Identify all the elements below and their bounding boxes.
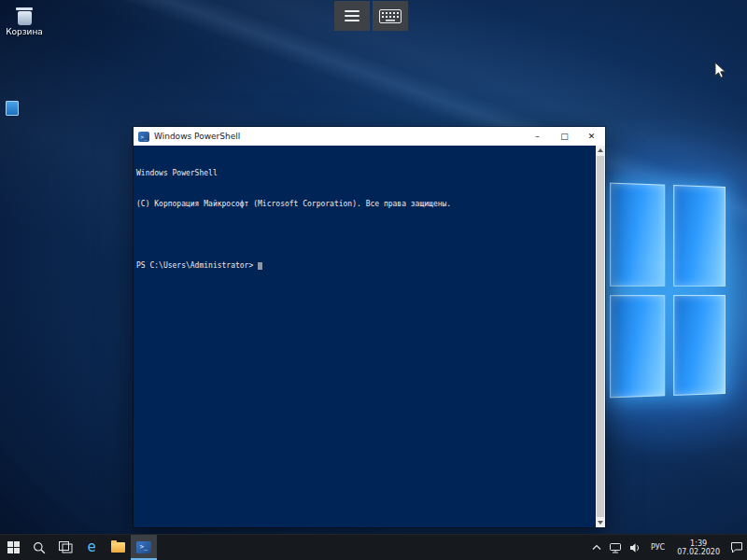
clock-date: 07.02.2020 [677, 548, 720, 556]
console-menu-button[interactable] [334, 1, 370, 31]
task-view-icon [59, 541, 73, 553]
minimize-button[interactable]: – [524, 127, 551, 146]
console-keyboard-button[interactable] [373, 1, 408, 31]
file-explorer-button[interactable] [105, 535, 131, 560]
console-line: (C) Корпорация Майкрософт (Microsoft Cor… [136, 199, 592, 209]
chevron-up-icon [592, 544, 601, 551]
desktop-shortcut-icon[interactable] [6, 101, 19, 116]
hidden-icons-button[interactable] [588, 535, 605, 560]
desktop: Корзина >_ Windows PowerShell – □ ✕ W [0, 0, 747, 560]
console-blank-line [136, 230, 592, 240]
maximize-button[interactable]: □ [551, 127, 578, 146]
search-icon [33, 541, 46, 554]
network-icon [609, 542, 622, 553]
console-line: Windows PowerShell [136, 168, 592, 178]
recycle-bin[interactable]: Корзина [3, 7, 46, 37]
internet-explorer-button[interactable]: e [78, 535, 105, 560]
powershell-taskbar-button[interactable]: >_ [131, 535, 157, 560]
window-title: Windows PowerShell [154, 132, 240, 141]
scrollbar-thumb[interactable] [597, 156, 604, 517]
windows-logo-icon [7, 541, 20, 553]
scroll-down-icon[interactable] [598, 521, 603, 525]
system-tray: РУС 1:39 07.02.2020 [588, 535, 747, 560]
powershell-icon: >_ [138, 132, 149, 142]
clock[interactable]: 1:39 07.02.2020 [670, 535, 726, 560]
task-view-button[interactable] [52, 535, 78, 560]
powershell-icon: >_ [136, 541, 151, 553]
close-button[interactable]: ✕ [578, 127, 605, 146]
taskbar: e >_ [0, 534, 747, 560]
keyboard-icon [379, 9, 402, 23]
scroll-up-icon[interactable] [598, 148, 603, 152]
folder-icon [111, 542, 125, 553]
console-output[interactable]: Windows PowerShell (C) Корпорация Майкро… [134, 146, 605, 527]
console-prompt-line: PS C:\Users\Administrator> [136, 260, 592, 271]
network-tray-button[interactable] [605, 535, 626, 560]
window-titlebar[interactable]: >_ Windows PowerShell – □ ✕ [134, 127, 605, 146]
text-cursor [258, 262, 262, 270]
console-prompt: PS C:\Users\Administrator> [136, 261, 253, 270]
internet-explorer-icon: e [87, 540, 95, 554]
recycle-bin-label: Корзина [3, 27, 46, 37]
search-button[interactable] [26, 535, 52, 560]
console-scrollbar[interactable] [596, 146, 605, 527]
action-center-icon [730, 541, 743, 553]
volume-tray-button[interactable] [626, 535, 645, 560]
start-button[interactable] [0, 535, 26, 560]
powershell-window: >_ Windows PowerShell – □ ✕ Windows Powe… [134, 127, 605, 527]
hamburger-icon [345, 10, 359, 21]
volume-icon [629, 542, 641, 553]
clock-time: 1:39 [690, 539, 707, 548]
recycle-bin-icon [3, 7, 46, 25]
language-indicator[interactable]: РУС [645, 535, 670, 560]
action-center-button[interactable] [726, 535, 747, 560]
